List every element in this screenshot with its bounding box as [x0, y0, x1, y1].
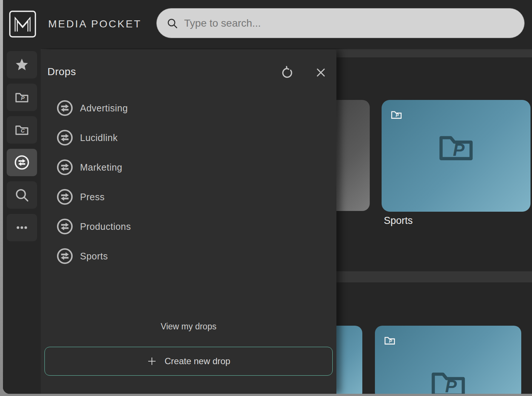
drop-item-label: Sports — [80, 251, 108, 262]
drop-item-label: Advertising — [80, 103, 128, 114]
refresh-button[interactable] — [280, 65, 295, 80]
drops-panel-title: Drops — [47, 66, 76, 78]
sidebar-item-more[interactable] — [7, 214, 37, 241]
global-search — [156, 8, 525, 38]
pocket-folder-icon — [426, 364, 470, 394]
drops-panel: Drops Advertising Lucidlink — [41, 50, 336, 394]
pocket-folder-badge-icon — [390, 108, 403, 121]
sidebar-item-collections[interactable] — [7, 116, 37, 144]
drop-item-productions[interactable]: Productions — [56, 218, 322, 235]
sidebar-item-search[interactable] — [7, 181, 37, 209]
tile-row2-pocket[interactable] — [375, 326, 521, 394]
refresh-icon — [280, 66, 295, 80]
search-icon — [166, 17, 178, 29]
drop-item-label: Marketing — [80, 162, 122, 173]
drop-item-label: Press — [80, 192, 104, 202]
drop-item-advertising[interactable]: Advertising — [56, 100, 322, 117]
transfer-icon — [56, 188, 73, 205]
close-icon — [315, 66, 327, 79]
drop-item-marketing[interactable]: Marketing — [56, 159, 322, 176]
pocket-folder-icon — [434, 127, 478, 167]
folder-c-icon — [14, 122, 30, 138]
transfer-icon — [56, 248, 73, 265]
drop-item-sports[interactable]: Sports — [56, 248, 322, 265]
drops-list: Advertising Lucidlink Marketing Press — [56, 100, 322, 277]
sidebar-item-pockets[interactable] — [7, 84, 37, 111]
transfer-icon — [14, 155, 30, 170]
sidebar — [3, 48, 41, 394]
tile-label-sports: Sports — [384, 215, 413, 226]
transfer-icon — [56, 159, 73, 176]
search-input[interactable] — [184, 17, 515, 29]
sidebar-item-favorites[interactable] — [7, 51, 37, 78]
search-icon — [14, 187, 30, 203]
sidebar-item-drops[interactable] — [7, 149, 37, 176]
create-new-drop-label: Create new drop — [164, 356, 230, 366]
tile-sports[interactable] — [382, 100, 531, 212]
create-new-drop-button[interactable]: Create new drop — [44, 347, 333, 376]
drop-item-lucidlink[interactable]: Lucidlink — [56, 129, 322, 146]
star-icon — [14, 57, 30, 73]
drop-item-press[interactable]: Press — [56, 188, 322, 205]
transfer-icon — [56, 100, 73, 117]
ellipsis-icon — [14, 220, 30, 235]
transfer-icon — [56, 218, 73, 235]
top-bar: MEDIA POCKET — [3, 0, 532, 48]
transfer-icon — [56, 129, 73, 146]
app-title: MEDIA POCKET — [48, 0, 142, 48]
plus-icon — [147, 356, 157, 366]
close-button[interactable] — [314, 66, 327, 79]
view-my-drops-link[interactable]: View my drops — [41, 322, 336, 332]
drop-item-label: Productions — [80, 221, 131, 232]
pocket-folder-badge-icon — [383, 334, 396, 347]
drop-item-label: Lucidlink — [80, 132, 118, 143]
media-pocket-logo[interactable] — [9, 10, 36, 38]
app-window: Sports — [3, 0, 532, 394]
folder-p-icon — [14, 90, 30, 105]
